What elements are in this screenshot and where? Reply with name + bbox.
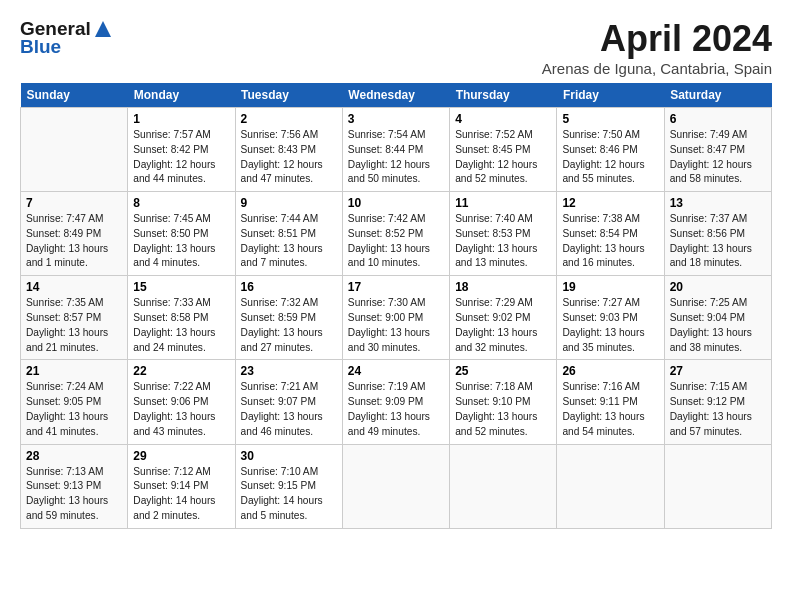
logo: General Blue bbox=[20, 18, 113, 58]
calendar-cell: 25Sunrise: 7:18 AM Sunset: 9:10 PM Dayli… bbox=[450, 360, 557, 444]
calendar-cell: 27Sunrise: 7:15 AM Sunset: 9:12 PM Dayli… bbox=[664, 360, 771, 444]
day-number: 2 bbox=[241, 112, 337, 126]
weekday-header: Saturday bbox=[664, 83, 771, 108]
day-number: 14 bbox=[26, 280, 122, 294]
calendar-cell: 15Sunrise: 7:33 AM Sunset: 8:58 PM Dayli… bbox=[128, 276, 235, 360]
day-number: 7 bbox=[26, 196, 122, 210]
weekday-header: Sunday bbox=[21, 83, 128, 108]
day-info: Sunrise: 7:33 AM Sunset: 8:58 PM Dayligh… bbox=[133, 297, 215, 352]
calendar-cell: 23Sunrise: 7:21 AM Sunset: 9:07 PM Dayli… bbox=[235, 360, 342, 444]
day-number: 25 bbox=[455, 364, 551, 378]
day-info: Sunrise: 7:13 AM Sunset: 9:13 PM Dayligh… bbox=[26, 466, 108, 521]
day-info: Sunrise: 7:40 AM Sunset: 8:53 PM Dayligh… bbox=[455, 213, 537, 268]
calendar-cell: 5Sunrise: 7:50 AM Sunset: 8:46 PM Daylig… bbox=[557, 108, 664, 192]
day-number: 1 bbox=[133, 112, 229, 126]
main-title: April 2024 bbox=[542, 18, 772, 60]
calendar-cell: 29Sunrise: 7:12 AM Sunset: 9:14 PM Dayli… bbox=[128, 444, 235, 528]
day-number: 19 bbox=[562, 280, 658, 294]
calendar-cell: 9Sunrise: 7:44 AM Sunset: 8:51 PM Daylig… bbox=[235, 192, 342, 276]
calendar-cell: 2Sunrise: 7:56 AM Sunset: 8:43 PM Daylig… bbox=[235, 108, 342, 192]
day-number: 12 bbox=[562, 196, 658, 210]
day-info: Sunrise: 7:21 AM Sunset: 9:07 PM Dayligh… bbox=[241, 381, 323, 436]
day-info: Sunrise: 7:35 AM Sunset: 8:57 PM Dayligh… bbox=[26, 297, 108, 352]
day-number: 22 bbox=[133, 364, 229, 378]
day-number: 10 bbox=[348, 196, 444, 210]
calendar-cell: 16Sunrise: 7:32 AM Sunset: 8:59 PM Dayli… bbox=[235, 276, 342, 360]
day-info: Sunrise: 7:32 AM Sunset: 8:59 PM Dayligh… bbox=[241, 297, 323, 352]
day-number: 30 bbox=[241, 449, 337, 463]
calendar-cell: 14Sunrise: 7:35 AM Sunset: 8:57 PM Dayli… bbox=[21, 276, 128, 360]
calendar-cell: 8Sunrise: 7:45 AM Sunset: 8:50 PM Daylig… bbox=[128, 192, 235, 276]
day-number: 11 bbox=[455, 196, 551, 210]
calendar-cell: 28Sunrise: 7:13 AM Sunset: 9:13 PM Dayli… bbox=[21, 444, 128, 528]
day-info: Sunrise: 7:16 AM Sunset: 9:11 PM Dayligh… bbox=[562, 381, 644, 436]
day-info: Sunrise: 7:30 AM Sunset: 9:00 PM Dayligh… bbox=[348, 297, 430, 352]
calendar-cell: 7Sunrise: 7:47 AM Sunset: 8:49 PM Daylig… bbox=[21, 192, 128, 276]
calendar-cell: 20Sunrise: 7:25 AM Sunset: 9:04 PM Dayli… bbox=[664, 276, 771, 360]
day-info: Sunrise: 7:19 AM Sunset: 9:09 PM Dayligh… bbox=[348, 381, 430, 436]
calendar-cell: 24Sunrise: 7:19 AM Sunset: 9:09 PM Dayli… bbox=[342, 360, 449, 444]
weekday-header: Friday bbox=[557, 83, 664, 108]
day-info: Sunrise: 7:45 AM Sunset: 8:50 PM Dayligh… bbox=[133, 213, 215, 268]
day-number: 17 bbox=[348, 280, 444, 294]
calendar-cell: 18Sunrise: 7:29 AM Sunset: 9:02 PM Dayli… bbox=[450, 276, 557, 360]
calendar-cell: 17Sunrise: 7:30 AM Sunset: 9:00 PM Dayli… bbox=[342, 276, 449, 360]
calendar-cell: 10Sunrise: 7:42 AM Sunset: 8:52 PM Dayli… bbox=[342, 192, 449, 276]
calendar-cell: 4Sunrise: 7:52 AM Sunset: 8:45 PM Daylig… bbox=[450, 108, 557, 192]
day-number: 4 bbox=[455, 112, 551, 126]
calendar-cell: 12Sunrise: 7:38 AM Sunset: 8:54 PM Dayli… bbox=[557, 192, 664, 276]
day-number: 8 bbox=[133, 196, 229, 210]
calendar-cell: 26Sunrise: 7:16 AM Sunset: 9:11 PM Dayli… bbox=[557, 360, 664, 444]
day-info: Sunrise: 7:38 AM Sunset: 8:54 PM Dayligh… bbox=[562, 213, 644, 268]
calendar-cell bbox=[450, 444, 557, 528]
weekday-header: Thursday bbox=[450, 83, 557, 108]
day-info: Sunrise: 7:29 AM Sunset: 9:02 PM Dayligh… bbox=[455, 297, 537, 352]
title-block: April 2024 Arenas de Iguna, Cantabria, S… bbox=[542, 18, 772, 77]
header: General Blue April 2024 Arenas de Iguna,… bbox=[20, 18, 772, 77]
day-number: 13 bbox=[670, 196, 766, 210]
day-number: 5 bbox=[562, 112, 658, 126]
day-number: 21 bbox=[26, 364, 122, 378]
day-number: 29 bbox=[133, 449, 229, 463]
day-info: Sunrise: 7:49 AM Sunset: 8:47 PM Dayligh… bbox=[670, 129, 752, 184]
day-info: Sunrise: 7:22 AM Sunset: 9:06 PM Dayligh… bbox=[133, 381, 215, 436]
day-info: Sunrise: 7:54 AM Sunset: 8:44 PM Dayligh… bbox=[348, 129, 430, 184]
day-info: Sunrise: 7:37 AM Sunset: 8:56 PM Dayligh… bbox=[670, 213, 752, 268]
day-number: 16 bbox=[241, 280, 337, 294]
day-info: Sunrise: 7:24 AM Sunset: 9:05 PM Dayligh… bbox=[26, 381, 108, 436]
calendar-cell bbox=[21, 108, 128, 192]
calendar-cell bbox=[664, 444, 771, 528]
logo-icon bbox=[93, 19, 113, 39]
day-number: 6 bbox=[670, 112, 766, 126]
day-info: Sunrise: 7:12 AM Sunset: 9:14 PM Dayligh… bbox=[133, 466, 215, 521]
subtitle: Arenas de Iguna, Cantabria, Spain bbox=[542, 60, 772, 77]
weekday-header: Wednesday bbox=[342, 83, 449, 108]
calendar-cell: 19Sunrise: 7:27 AM Sunset: 9:03 PM Dayli… bbox=[557, 276, 664, 360]
day-number: 27 bbox=[670, 364, 766, 378]
day-info: Sunrise: 7:10 AM Sunset: 9:15 PM Dayligh… bbox=[241, 466, 323, 521]
weekday-header: Tuesday bbox=[235, 83, 342, 108]
day-info: Sunrise: 7:47 AM Sunset: 8:49 PM Dayligh… bbox=[26, 213, 108, 268]
day-number: 18 bbox=[455, 280, 551, 294]
day-number: 26 bbox=[562, 364, 658, 378]
day-info: Sunrise: 7:57 AM Sunset: 8:42 PM Dayligh… bbox=[133, 129, 215, 184]
calendar-cell: 11Sunrise: 7:40 AM Sunset: 8:53 PM Dayli… bbox=[450, 192, 557, 276]
calendar-cell: 30Sunrise: 7:10 AM Sunset: 9:15 PM Dayli… bbox=[235, 444, 342, 528]
calendar-cell bbox=[342, 444, 449, 528]
day-number: 9 bbox=[241, 196, 337, 210]
page: General Blue April 2024 Arenas de Iguna,… bbox=[0, 0, 792, 539]
day-info: Sunrise: 7:44 AM Sunset: 8:51 PM Dayligh… bbox=[241, 213, 323, 268]
day-number: 3 bbox=[348, 112, 444, 126]
day-info: Sunrise: 7:50 AM Sunset: 8:46 PM Dayligh… bbox=[562, 129, 644, 184]
day-info: Sunrise: 7:56 AM Sunset: 8:43 PM Dayligh… bbox=[241, 129, 323, 184]
weekday-header: Monday bbox=[128, 83, 235, 108]
day-info: Sunrise: 7:15 AM Sunset: 9:12 PM Dayligh… bbox=[670, 381, 752, 436]
calendar-cell: 1Sunrise: 7:57 AM Sunset: 8:42 PM Daylig… bbox=[128, 108, 235, 192]
day-info: Sunrise: 7:27 AM Sunset: 9:03 PM Dayligh… bbox=[562, 297, 644, 352]
calendar-cell: 6Sunrise: 7:49 AM Sunset: 8:47 PM Daylig… bbox=[664, 108, 771, 192]
day-number: 28 bbox=[26, 449, 122, 463]
calendar-cell bbox=[557, 444, 664, 528]
svg-marker-0 bbox=[95, 21, 111, 37]
calendar-cell: 13Sunrise: 7:37 AM Sunset: 8:56 PM Dayli… bbox=[664, 192, 771, 276]
day-info: Sunrise: 7:42 AM Sunset: 8:52 PM Dayligh… bbox=[348, 213, 430, 268]
